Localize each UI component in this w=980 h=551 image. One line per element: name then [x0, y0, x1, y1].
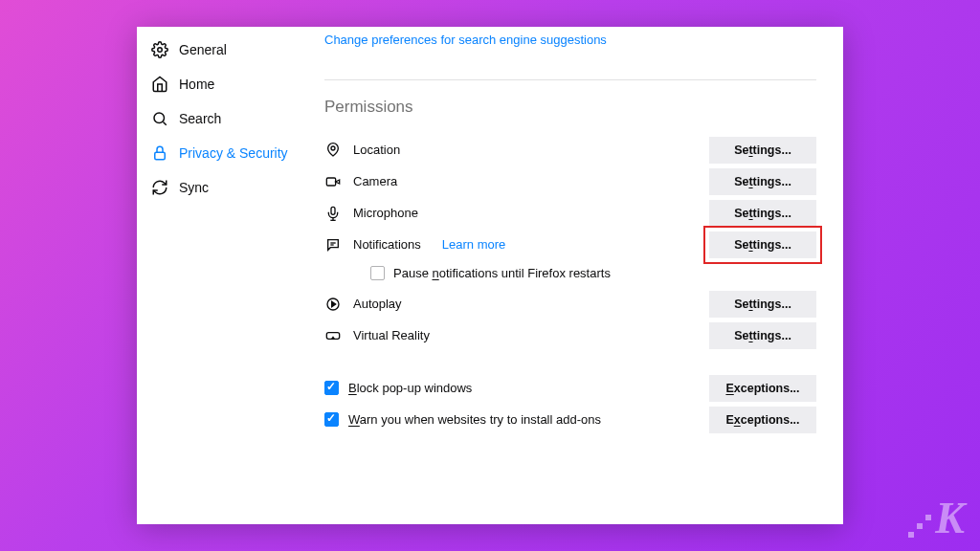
sidebar-item-label: General [179, 42, 227, 57]
sidebar-item-label: Privacy & Security [179, 145, 288, 161]
block-popups-checkbox[interactable] [324, 381, 339, 395]
highlighted-settings-notifications: Settings... [703, 226, 822, 264]
vr-settings-button[interactable]: Settings... [709, 322, 816, 349]
vr-icon [324, 327, 342, 344]
content-area: Change preferences for search engine sug… [315, 27, 843, 524]
svg-point-1 [154, 113, 165, 123]
microphone-icon [324, 205, 342, 222]
block-popups-row: Block pop-up windows Exceptions... [324, 372, 816, 404]
permission-notifications-row: Notifications Learn more Settings... [324, 229, 816, 260]
permission-location-row: Location Settings... [324, 134, 816, 165]
svg-point-0 [158, 48, 163, 53]
sidebar-item-privacy[interactable]: Privacy & Security [150, 136, 315, 170]
warn-addons-label: Warn you when websites try to install ad… [348, 412, 700, 427]
location-icon [324, 142, 342, 159]
gear-icon [150, 40, 169, 59]
location-settings-button[interactable]: Settings... [709, 137, 816, 164]
permission-label: Camera [353, 174, 397, 188]
permission-label: Notifications [353, 237, 421, 252]
pause-notifications-row: Pause notifications until Firefox restar… [370, 266, 816, 280]
permission-camera-row: Camera Settings... [324, 165, 816, 197]
search-icon [150, 109, 169, 128]
sidebar-item-home[interactable]: Home [150, 67, 315, 101]
watermark: K [908, 493, 965, 543]
sidebar-item-general[interactable]: General [150, 33, 315, 67]
notifications-settings-button[interactable]: Settings... [709, 231, 816, 258]
camera-settings-button[interactable]: Settings... [709, 168, 816, 195]
sidebar-item-label: Search [179, 111, 221, 126]
camera-icon [324, 173, 342, 190]
pause-notifications-checkbox[interactable] [370, 266, 385, 280]
pause-notifications-label: Pause notifications until Firefox restar… [393, 266, 611, 280]
notification-icon [324, 236, 342, 253]
permission-label: Microphone [353, 206, 418, 220]
divider [324, 79, 816, 80]
warn-addons-checkbox[interactable] [324, 412, 339, 427]
microphone-settings-button[interactable]: Settings... [709, 200, 816, 227]
sidebar-item-label: Sync [179, 180, 209, 195]
sync-icon [150, 178, 169, 197]
permission-label: Autoplay [353, 297, 402, 311]
svg-rect-3 [155, 152, 166, 160]
svg-rect-7 [331, 207, 335, 214]
permission-label: Virtual Reality [353, 328, 430, 342]
permission-autoplay-row: Autoplay Settings... [324, 288, 816, 320]
sidebar-item-label: Home [179, 77, 214, 92]
permission-label: Location [353, 143, 400, 157]
autoplay-settings-button[interactable]: Settings... [709, 291, 816, 318]
permission-microphone-row: Microphone Settings... [324, 197, 816, 229]
notifications-learn-more-link[interactable]: Learn more [442, 237, 505, 252]
permission-vr-row: Virtual Reality Settings... [324, 320, 816, 351]
permissions-heading: Permissions [324, 98, 816, 117]
lock-icon [150, 143, 169, 163]
sidebar: General Home Search Privacy & Security S… [137, 27, 315, 524]
search-suggestions-link[interactable]: Change preferences for search engine sug… [324, 33, 816, 47]
sidebar-item-sync[interactable]: Sync [150, 170, 315, 205]
home-icon [150, 75, 169, 94]
warn-addons-row: Warn you when websites try to install ad… [324, 404, 816, 435]
sidebar-item-search[interactable]: Search [150, 101, 315, 136]
svg-line-2 [163, 121, 166, 124]
block-popups-label: Block pop-up windows [348, 381, 700, 395]
autoplay-icon [324, 296, 342, 313]
settings-window: General Home Search Privacy & Security S… [137, 27, 843, 524]
addons-exceptions-button[interactable]: Exceptions... [709, 407, 816, 433]
svg-marker-13 [332, 301, 336, 306]
svg-point-4 [331, 146, 335, 150]
popup-exceptions-button[interactable]: Exceptions... [709, 375, 816, 402]
